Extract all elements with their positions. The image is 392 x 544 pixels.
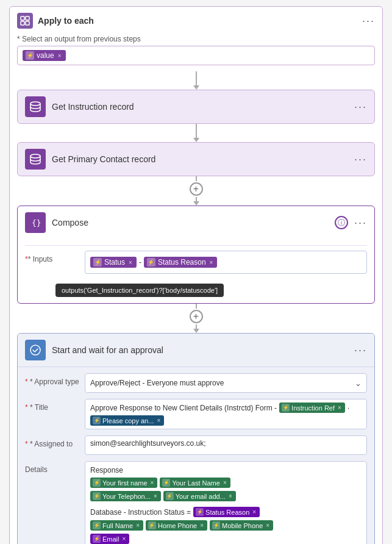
mobile-phone-icon: ⚡ (212, 521, 220, 529)
svg-rect-0 (21, 16, 24, 20)
apply-to-each-more-btn[interactable]: ··· (362, 15, 375, 26)
get-primary-icon (25, 149, 46, 170)
status-token-icon: ⚡ (93, 258, 102, 267)
title-field[interactable]: Approve Response to New Client Details (… (85, 399, 367, 429)
status-reason-token[interactable]: ⚡ Status Reason × (144, 257, 218, 268)
get-instruction-icon (25, 96, 46, 117)
compose-info-btn[interactable]: ⓘ (335, 216, 348, 229)
email-addr-icon: ⚡ (166, 492, 174, 500)
first-name-label: Your first name (102, 479, 148, 487)
email-addr-token[interactable]: ⚡ Your email add... × (163, 491, 236, 501)
status-token[interactable]: ⚡ Status × (90, 257, 137, 268)
svg-rect-3 (26, 21, 29, 25)
select-output-label: * Select an output from previous steps (17, 35, 375, 43)
compose-icon: {} (25, 212, 46, 233)
status-reason-detail-icon: ⚡ (196, 508, 204, 516)
last-name-icon: ⚡ (162, 479, 170, 487)
home-phone-token[interactable]: ⚡ Home Phone × (146, 520, 207, 531)
compose-more-btn[interactable]: ··· (354, 217, 367, 228)
get-primary-card: Get Primary Contact record ··· (17, 142, 375, 176)
details-line1: Response (90, 466, 123, 474)
get-instruction-more-btn[interactable]: ··· (354, 101, 367, 112)
apply-to-each-title: Apply to each (38, 16, 357, 26)
email-token-label: Email (102, 535, 119, 543)
instruction-ref-close[interactable]: × (338, 404, 341, 411)
full-name-label: Full Name (102, 522, 133, 529)
assigned-row: * * Assigned to simon@searchlightsurveyo… (25, 435, 367, 455)
svg-rect-2 (21, 21, 24, 25)
chevron-down-icon: ⌄ (355, 379, 362, 388)
compose-inputs-label: ** Inputs (25, 251, 80, 263)
plus-connector-1[interactable]: + (190, 182, 203, 196)
assigned-field[interactable]: simon@searchlightsurveyors.co.uk; (85, 435, 367, 455)
telephone-close[interactable]: × (154, 493, 157, 499)
assigned-label: * * Assigned to (25, 435, 80, 448)
last-name-label: Your Last Name (172, 479, 219, 487)
get-primary-more-btn[interactable]: ··· (354, 154, 367, 165)
please-copy-label: Please copy an... (102, 417, 154, 424)
value-token-icon: ⚡ (26, 51, 34, 60)
email-token-close[interactable]: × (123, 535, 126, 542)
telephone-label: Your Telephon... (102, 493, 151, 500)
select-output-row: * Select an output from previous steps ⚡… (17, 35, 375, 65)
status-reason-token-icon: ⚡ (147, 258, 155, 267)
svg-text:{}: {} (32, 218, 41, 227)
please-copy-close[interactable]: × (157, 417, 160, 424)
compose-inputs-field[interactable]: ⚡ Status × - ⚡ Status Reason × (85, 251, 367, 274)
select-output-input[interactable]: ⚡ value × (17, 46, 375, 65)
full-name-close[interactable]: × (136, 522, 140, 529)
apply-to-each-header: Apply to each ··· (17, 13, 375, 29)
please-copy-icon: ⚡ (93, 417, 101, 424)
svg-point-5 (30, 154, 40, 158)
details-tokens-row3: ⚡ Full Name × ⚡ Home Phone × ⚡ (90, 520, 273, 531)
first-name-close[interactable]: × (151, 479, 154, 486)
approval-type-select[interactable]: Approve/Reject - Everyone must approve ⌄ (85, 373, 367, 393)
title-dot: · (347, 404, 349, 412)
last-name-close[interactable]: × (223, 479, 227, 486)
instruction-ref-icon: ⚡ (282, 404, 290, 412)
dot-separator: - (139, 258, 141, 267)
status-token-label: Status (104, 258, 125, 267)
compose-inputs-row: ** Inputs ⚡ Status × - ⚡ Status Reason × (25, 251, 367, 274)
details-tokens-row2: ⚡ Your Telephon... × ⚡ Your email add...… (90, 491, 236, 501)
please-copy-token[interactable]: ⚡ Please copy an... × (90, 415, 164, 426)
details-tokens-row4: ⚡ Email × (90, 534, 129, 544)
details-tokens-row1: ⚡ Your first name × ⚡ Your Last Name × (90, 478, 230, 488)
approval-type-row: * * Approval type Approve/Reject - Every… (25, 373, 367, 393)
get-instruction-title: Get Instruction record (52, 102, 348, 112)
email-token[interactable]: ⚡ Email × (90, 534, 129, 544)
approval-card: Start and wait for an approval ··· * * A… (17, 333, 375, 544)
first-name-icon: ⚡ (93, 479, 101, 487)
assigned-value: simon@searchlightsurveyors.co.uk; (90, 439, 206, 448)
status-token-close[interactable]: × (129, 259, 132, 266)
status-reason-token-close[interactable]: × (210, 259, 213, 266)
status-reason-token-label: Status Reason (158, 258, 206, 267)
apply-to-each-icon (17, 13, 33, 29)
first-name-token[interactable]: ⚡ Your first name × (90, 478, 157, 488)
approval-icon (25, 340, 46, 360)
approval-type-value: Approve/Reject - Everyone must approve (90, 379, 224, 387)
status-reason-detail-token[interactable]: ⚡ Status Reason × (193, 507, 260, 517)
mobile-phone-token[interactable]: ⚡ Mobile Phone × (210, 520, 273, 531)
value-token[interactable]: ⚡ value × (23, 50, 66, 61)
value-token-close[interactable]: × (58, 52, 62, 59)
last-name-token[interactable]: ⚡ Your Last Name × (160, 478, 230, 488)
details-field[interactable]: Response ⚡ Your first name × ⚡ Your Last… (85, 461, 367, 544)
email-token-icon: ⚡ (93, 535, 101, 543)
details-db-row: Database - Instruction Status = ⚡ Status… (90, 507, 260, 517)
mobile-phone-close[interactable]: × (266, 522, 269, 529)
full-name-token[interactable]: ⚡ Full Name × (90, 520, 143, 531)
compose-header: {} Compose ⓘ ··· (25, 212, 367, 233)
instruction-ref-label: Instruction Ref (291, 404, 335, 412)
instruction-ref-token[interactable]: ⚡ Instruction Ref × (279, 403, 345, 413)
plus-connector-2[interactable]: + (190, 310, 203, 323)
status-reason-detail-label: Status Reason (205, 509, 249, 516)
status-reason-detail-close[interactable]: × (252, 509, 256, 515)
title-row: * * Title Approve Response to New Client… (25, 399, 367, 429)
approval-more-btn[interactable]: ··· (354, 345, 367, 356)
compose-card: {} Compose ⓘ ··· ** Inputs ⚡ Status (17, 206, 375, 304)
compose-tooltip: outputs('Get_Instruction_record')?['body… (55, 284, 224, 297)
email-addr-close[interactable]: × (229, 493, 232, 499)
home-phone-close[interactable]: × (200, 522, 204, 529)
telephone-token[interactable]: ⚡ Your Telephon... × (90, 491, 161, 501)
